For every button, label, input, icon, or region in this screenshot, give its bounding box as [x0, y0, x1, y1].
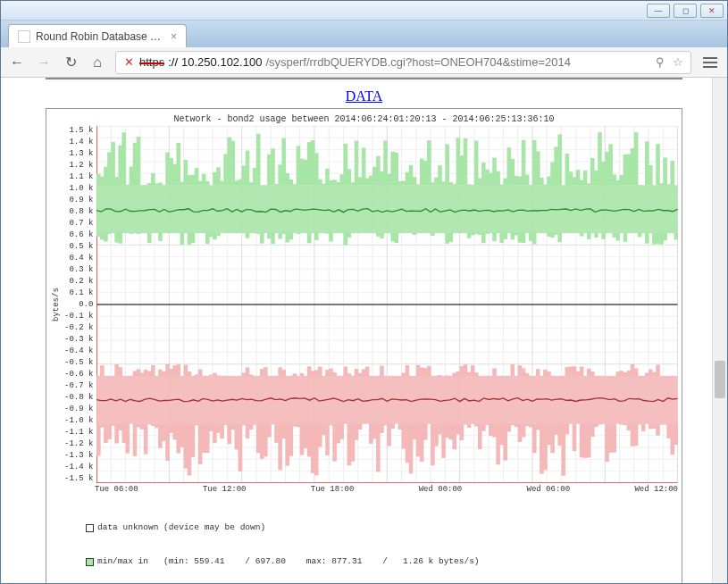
svg-rect-239 — [504, 233, 508, 239]
svg-rect-165 — [314, 153, 319, 185]
svg-rect-522 — [590, 423, 595, 437]
svg-rect-136 — [246, 233, 250, 238]
svg-rect-495 — [525, 373, 530, 376]
svg-rect-351 — [184, 423, 188, 468]
svg-rect-104 — [159, 233, 163, 241]
svg-rect-406 — [314, 370, 319, 376]
x-axis-ticks: Tue 06:00Tue 12:00Tue 18:00Wed 00:00Wed … — [50, 483, 678, 496]
svg-rect-111 — [180, 233, 185, 245]
svg-rect-373 — [238, 423, 243, 471]
svg-rect-231 — [485, 233, 490, 234]
svg-rect-221 — [467, 233, 472, 238]
svg-rect-525 — [598, 423, 603, 424]
svg-rect-154 — [286, 233, 290, 242]
svg-rect-466 — [456, 371, 461, 376]
svg-rect-329 — [140, 423, 145, 430]
vertical-scrollbar[interactable] — [712, 78, 727, 583]
minimize-button[interactable]: — — [647, 4, 670, 18]
browser-tab[interactable]: Round Robin Database Qu… × — [8, 24, 187, 47]
home-button[interactable]: ⌂ — [88, 54, 106, 71]
svg-rect-138 — [253, 168, 257, 186]
svg-rect-195 — [395, 153, 399, 186]
svg-rect-169 — [326, 169, 331, 186]
svg-rect-498 — [536, 423, 540, 430]
data-link[interactable]: DATA — [346, 88, 382, 104]
svg-rect-535 — [623, 372, 628, 376]
svg-rect-457 — [439, 423, 443, 434]
svg-rect-542 — [638, 423, 642, 424]
svg-rect-518 — [580, 367, 584, 376]
svg-rect-84 — [112, 142, 116, 186]
forward-button[interactable]: → — [35, 54, 53, 71]
svg-rect-482 — [493, 368, 498, 376]
svg-rect-410 — [326, 423, 331, 455]
svg-rect-79 — [100, 233, 105, 240]
back-button[interactable]: ← — [8, 54, 26, 71]
maximize-button[interactable]: ◻ — [674, 4, 697, 18]
svg-rect-468 — [460, 366, 464, 376]
svg-rect-302 — [657, 233, 661, 244]
svg-rect-391 — [282, 423, 287, 438]
svg-rect-538 — [631, 423, 635, 446]
svg-rect-244 — [515, 233, 519, 235]
svg-rect-284 — [613, 233, 617, 238]
svg-rect-326 — [133, 371, 138, 376]
svg-rect-147 — [272, 233, 276, 244]
svg-rect-505 — [551, 423, 556, 453]
scrollbar-thumb[interactable] — [715, 361, 725, 398]
tab-close-icon[interactable]: × — [171, 30, 177, 43]
svg-rect-365 — [213, 373, 218, 376]
svg-rect-353 — [188, 423, 192, 475]
search-icon[interactable]: ⚲ — [653, 55, 667, 70]
svg-rect-82 — [108, 152, 113, 185]
svg-rect-201 — [413, 177, 417, 186]
svg-rect-332 — [144, 370, 148, 376]
y-axis-ticks: 1.5 k1.4 k1.3 k1.2 k1.1 k1.0 k0.9 k0.8 k… — [63, 126, 96, 483]
svg-rect-422 — [351, 423, 356, 461]
svg-rect-126 — [217, 167, 222, 185]
menu-button[interactable] — [700, 53, 720, 72]
svg-rect-216 — [453, 184, 457, 185]
svg-rect-370 — [228, 423, 232, 444]
svg-rect-318 — [115, 423, 120, 443]
reload-button[interactable]: ↻ — [62, 54, 79, 71]
svg-rect-546 — [649, 423, 653, 429]
svg-rect-193 — [391, 152, 396, 186]
svg-rect-196 — [395, 233, 399, 243]
svg-rect-533 — [620, 371, 624, 376]
bookmark-star-icon[interactable]: ☆ — [671, 55, 685, 70]
svg-rect-253 — [532, 233, 537, 244]
svg-rect-376 — [246, 423, 250, 438]
svg-rect-426 — [358, 373, 363, 376]
legend-row: min/max in (min: 559.41 / 697.80 max: 87… — [86, 556, 676, 568]
svg-rect-250 — [529, 185, 533, 186]
svg-rect-412 — [330, 423, 334, 425]
svg-rect-152 — [282, 233, 287, 234]
svg-rect-330 — [140, 372, 145, 376]
svg-rect-296 — [645, 141, 649, 185]
svg-rect-188 — [377, 233, 381, 237]
svg-rect-334 — [147, 371, 152, 376]
svg-rect-478 — [481, 423, 486, 430]
page-viewport: DATA Network - bond2 usage between 2014:… — [1, 78, 727, 583]
svg-rect-487 — [511, 423, 515, 425]
svg-rect-89 — [122, 132, 127, 185]
address-bar[interactable]: ✕ https://10.250.102.100/sysperf/rrdbQUE… — [115, 51, 691, 74]
svg-rect-137 — [249, 182, 254, 186]
svg-rect-100 — [147, 233, 152, 243]
svg-rect-536 — [627, 423, 632, 430]
svg-rect-506 — [555, 423, 559, 434]
svg-rect-142 — [260, 233, 264, 244]
svg-rect-369 — [224, 423, 229, 425]
svg-rect-238 — [504, 179, 508, 186]
svg-rect-481 — [493, 423, 498, 437]
legend-row: data unknown (device may be down) — [86, 522, 676, 534]
svg-rect-317 — [112, 423, 116, 425]
svg-rect-339 — [159, 370, 163, 376]
svg-rect-205 — [423, 161, 428, 186]
browser-window: — ◻ ✕ Round Robin Database Qu… × ← → ↻ ⌂… — [0, 0, 728, 584]
svg-rect-540 — [634, 423, 639, 446]
window-close-button[interactable]: ✕ — [700, 4, 724, 18]
svg-rect-257 — [548, 177, 552, 186]
svg-rect-110 — [180, 182, 185, 186]
